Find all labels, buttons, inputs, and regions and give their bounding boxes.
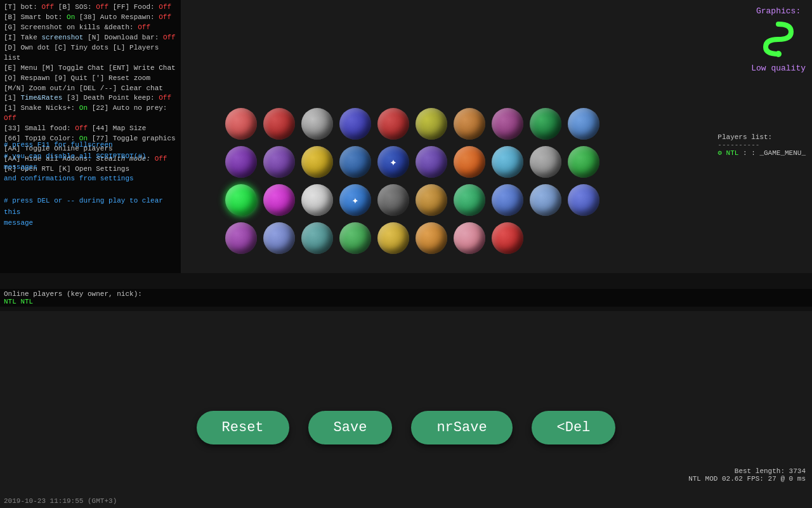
time-rates-line: [1] Time&Rates [3] Death Point keep: Off <box>4 93 177 104</box>
color-ball[interactable] <box>301 222 333 254</box>
online-players: NTL <box>4 298 16 305</box>
info-line-11: [33] Small food: Off [44] Map Size <box>4 124 177 134</box>
color-ball[interactable] <box>416 184 447 216</box>
color-ball[interactable] <box>568 108 599 140</box>
color-ball[interactable] <box>454 222 485 254</box>
stats-panel: Best length: 3734 NTL MOD 02.62 FPS: 27 … <box>688 467 806 483</box>
online-players-bar: Online players (key owner, nick): NTL NT… <box>0 289 812 307</box>
color-ball[interactable] <box>568 184 599 216</box>
color-ball[interactable] <box>301 184 333 216</box>
color-ball[interactable] <box>225 108 257 140</box>
color-ball[interactable] <box>377 222 409 254</box>
snake-logo-icon <box>759 19 797 57</box>
online-player-2: NTL <box>20 298 33 305</box>
players-list-header: Players list: <box>717 133 806 141</box>
color-ball[interactable] <box>263 108 295 140</box>
players-list-panel: Players list: ---------- ⚙ NTL : : _GAME… <box>717 133 806 157</box>
color-ball[interactable] <box>301 146 333 178</box>
color-ball[interactable] <box>301 108 333 140</box>
color-ball[interactable] <box>492 146 523 178</box>
color-ball-star2[interactable]: ✦ <box>339 184 371 216</box>
info-line-8: [M/N] Zoom out/in [DEL /--] Clear chat <box>4 84 177 94</box>
color-ball[interactable] <box>492 184 523 216</box>
color-ball[interactable] <box>263 146 295 178</box>
color-ball[interactable] <box>263 222 295 254</box>
color-ball[interactable] <box>263 184 295 216</box>
color-ball[interactable] <box>492 222 523 254</box>
msg-del: # press DEL or -- during play to clear t… <box>4 196 175 218</box>
graphics-quality: Low quality <box>751 64 806 73</box>
del-button[interactable]: <Del <box>532 411 616 444</box>
color-ball[interactable] <box>225 184 257 216</box>
color-ball[interactable] <box>339 146 371 178</box>
info-line-6: [E] Menu [M] Toggle Chat [ENT] Write Cha… <box>4 64 177 74</box>
info-line-7: [O] Respawn [9] Quit ['] Reset zoom <box>4 74 177 84</box>
color-ball[interactable] <box>377 108 409 140</box>
color-ball[interactable] <box>339 222 371 254</box>
color-ball[interactable] <box>530 146 561 178</box>
color-ball[interactable] <box>492 108 523 140</box>
color-ball-star[interactable]: ✦ <box>377 146 409 178</box>
reset-button[interactable]: Reset <box>197 411 289 444</box>
color-ball[interactable] <box>377 184 409 216</box>
player-entry: ⚙ NTL : : _GAME_MENU_ <box>717 149 806 157</box>
color-ball[interactable] <box>454 108 485 140</box>
graphics-panel: Graphics: Low quality <box>751 6 806 73</box>
info-line-screenshot: [I] Take screenshot [N] Download bar: Of… <box>4 33 177 43</box>
info-line-3: [G] Screenshot on kills &death: Off <box>4 23 177 33</box>
color-picker-grid[interactable]: ✦ ✦ <box>219 102 609 264</box>
info-line-1: [T] bot: Off [B] SOS: Off [FF] Food: Off <box>4 3 177 13</box>
color-ball[interactable] <box>225 146 257 178</box>
timestamp: 2019-10-23 11:19:55 (GMT+3) <box>4 497 117 505</box>
players-list-divider: ---------- <box>717 141 806 149</box>
color-ball[interactable] <box>416 146 447 178</box>
msg-scriptbot: # you can disable all SCRIPTBOT(#) messa… <box>4 151 175 173</box>
color-ball[interactable] <box>530 184 561 216</box>
nrsave-button[interactable]: nrSave <box>411 411 512 444</box>
fps-line: NTL MOD 02.62 FPS: 27 @ 0 ms <box>688 475 806 483</box>
info-line-10: [1] Snake Nicks+: On [22] Auto no prey: … <box>4 104 177 124</box>
color-ball[interactable] <box>416 108 447 140</box>
msg-confirmations: and confirmations from settings <box>4 173 175 185</box>
info-line-5: [D] Own dot [C] Tiny dots [L] Players li… <box>4 43 177 64</box>
action-buttons-area: Reset Save nrSave <Del <box>0 411 812 444</box>
color-ball[interactable] <box>454 184 485 216</box>
messages-panel: # press F11 for fullscreen # you can dis… <box>4 140 175 229</box>
color-ball[interactable] <box>454 146 485 178</box>
color-ball[interactable] <box>225 222 257 254</box>
graphics-title: Graphics: <box>751 6 806 16</box>
color-ball[interactable] <box>339 108 371 140</box>
msg-message: message <box>4 218 175 229</box>
color-ball[interactable] <box>530 108 561 140</box>
best-length: Best length: 3734 <box>688 467 806 475</box>
color-ball[interactable] <box>568 146 599 178</box>
msg-f11: # press F11 for fullscreen <box>4 140 175 151</box>
color-ball[interactable] <box>416 222 447 254</box>
online-label: Online players (key owner, nick): <box>4 290 142 298</box>
left-info-panel: [T] bot: Off [B] SOS: Off [FF] Food: Off… <box>0 0 181 276</box>
save-button[interactable]: Save <box>308 411 393 444</box>
svg-point-0 <box>775 51 782 57</box>
info-line-2: [B] Smart bot: On [38] Auto Respawn: Off <box>4 13 177 23</box>
